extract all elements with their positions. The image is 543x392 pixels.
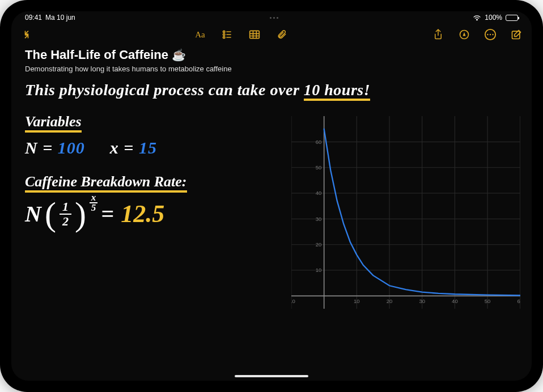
var-n: N = 100: [25, 138, 85, 157]
var-x-value: 15: [139, 138, 157, 157]
decay-chart[interactable]: -10102030405060102030405060: [291, 116, 520, 309]
attachment-icon[interactable]: [274, 27, 289, 42]
svg-point-13: [487, 34, 488, 35]
text-format-button[interactable]: Aa: [193, 27, 207, 42]
exp-den: 5: [91, 203, 96, 212]
svg-point-2: [223, 33, 225, 35]
formula-fraction: 1 2: [60, 201, 71, 228]
note-canvas[interactable]: The Half-Life of Caffeine ☕ Demonstratin…: [11, 45, 532, 381]
checklist-icon[interactable]: [220, 27, 235, 42]
formula: N ( 1 2 ) x 5 = 12.5: [25, 199, 278, 228]
svg-text:40: 40: [452, 299, 458, 305]
status-right: 100%: [473, 14, 518, 22]
note-title-text: The Half-Life of Caffeine: [25, 48, 168, 62]
svg-point-4: [223, 36, 225, 38]
formula-var: N: [25, 201, 41, 227]
status-bar: 09:41 Ma 10 jun 100%: [11, 11, 532, 24]
status-time: 09:41: [25, 14, 42, 22]
svg-rect-6: [250, 31, 260, 38]
svg-text:10: 10: [316, 267, 322, 274]
battery-percent: 100%: [485, 14, 502, 22]
svg-point-0: [223, 31, 225, 32]
equals: =: [101, 201, 114, 227]
svg-text:-10: -10: [291, 299, 295, 305]
frac-num: 1: [60, 201, 71, 215]
svg-text:30: 30: [316, 216, 322, 222]
collapse-sidebar-icon[interactable]: [19, 27, 34, 42]
rate-label: Caffeine Breakdown Rate:: [25, 173, 187, 193]
headline-emphasis: 10 hours!: [304, 82, 370, 101]
more-icon[interactable]: [483, 27, 498, 42]
status-left: 09:41 Ma 10 jun: [25, 14, 75, 22]
dot-icon: [277, 17, 278, 19]
table-icon[interactable]: [247, 27, 262, 42]
svg-text:50: 50: [316, 164, 322, 171]
formula-result: 12.5: [121, 199, 164, 228]
svg-text:60: 60: [517, 299, 520, 305]
svg-text:50: 50: [485, 299, 491, 305]
formula-exponent: x 5: [90, 193, 98, 212]
svg-point-14: [490, 34, 491, 35]
svg-text:30: 30: [419, 299, 426, 305]
battery-icon: [506, 15, 518, 21]
variables-row: N = 100 x = 15: [25, 138, 278, 157]
svg-text:10: 10: [354, 299, 360, 305]
home-indicator[interactable]: [235, 375, 308, 377]
dot-icon: [270, 17, 272, 19]
paren-close: ): [75, 206, 86, 223]
var-n-value: 100: [58, 138, 85, 157]
multitask-dots[interactable]: [270, 17, 278, 19]
toolbar: Aa: [11, 24, 532, 45]
var-x: x = 15: [110, 138, 157, 157]
ipad-device-frame: 09:41 Ma 10 jun 100%: [0, 0, 543, 392]
svg-text:20: 20: [316, 241, 322, 248]
compose-icon[interactable]: [509, 27, 524, 42]
dot-icon: [273, 17, 275, 19]
frac-den: 2: [62, 215, 69, 228]
paren-open: (: [45, 206, 56, 223]
var-n-name: N: [25, 138, 38, 157]
note-title: The Half-Life of Caffeine ☕: [25, 48, 520, 62]
screen: 09:41 Ma 10 jun 100%: [11, 11, 532, 381]
coffee-emoji-icon: ☕: [172, 48, 186, 62]
variables-label: Variables: [25, 113, 82, 133]
svg-text:40: 40: [316, 190, 322, 197]
svg-point-15: [492, 34, 493, 35]
ipad-bezel: 09:41 Ma 10 jun 100%: [6, 6, 537, 386]
note-subtitle: Demonstrating how long it takes humans t…: [25, 65, 520, 73]
headline-prefix: This physiological process can take over: [25, 81, 304, 99]
headline-handwriting: This physiological process can take over…: [25, 81, 520, 101]
share-icon[interactable]: [431, 27, 446, 42]
markup-icon[interactable]: [457, 27, 472, 42]
svg-rect-16: [512, 31, 520, 39]
wifi-icon: [473, 15, 481, 21]
status-date: Ma 10 jun: [45, 14, 75, 22]
svg-text:60: 60: [316, 139, 322, 145]
var-x-name: x: [110, 138, 119, 157]
svg-text:20: 20: [387, 299, 393, 305]
